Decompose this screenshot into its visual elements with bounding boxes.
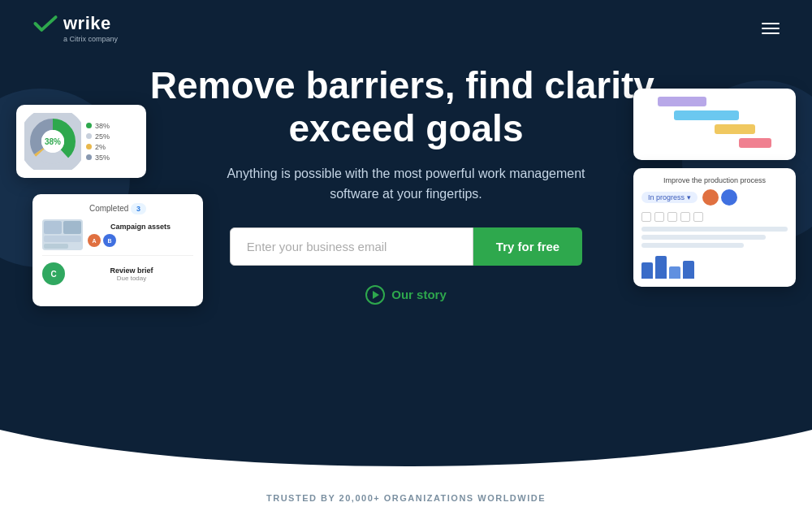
avatars: A B — [88, 234, 193, 247]
prod-row-1 — [641, 212, 788, 222]
citrix-label: a Citrix company — [32, 35, 118, 43]
avatar-1: A — [88, 234, 101, 247]
task-meta: Due today — [70, 275, 193, 282]
prod-title: Improve the production process — [641, 176, 788, 184]
hero-headline: Remove barriers, find clarity, exceed go… — [122, 64, 690, 150]
svg-rect-9 — [63, 221, 81, 234]
prod-icon-3 — [667, 212, 677, 222]
email-input[interactable] — [230, 227, 473, 266]
navbar: wrike a Citrix company — [0, 0, 812, 56]
play-icon — [365, 285, 385, 305]
prod-status: In progress ▾ — [641, 189, 788, 206]
task-thumbnail — [42, 219, 83, 250]
prod-avatars — [702, 189, 737, 206]
task-info-2: Review brief Due today — [70, 266, 193, 282]
prod-bar-chart — [641, 254, 788, 279]
gantt-bar-4 — [739, 138, 771, 148]
gantt-bar-3 — [715, 124, 755, 134]
logo-text: wrike — [63, 13, 111, 34]
prod-icon-5 — [693, 212, 703, 222]
wave-divider — [0, 430, 812, 479]
task-row-2: C Review brief Due today — [42, 262, 193, 290]
hero-subtext: Anything is possible with the most power… — [211, 163, 601, 205]
trusted-section: TRUSTED BY 20,000+ ORGANIZATIONS WORLDWI… — [0, 477, 812, 511]
mini-bar-1 — [641, 262, 653, 279]
prod-icon-4 — [680, 212, 690, 222]
chart-legend: 38% 25% 2% 35% — [86, 122, 110, 162]
production-card: Improve the production process In progre… — [633, 168, 796, 287]
svg-rect-10 — [44, 236, 81, 242]
gantt-bar-2 — [674, 110, 739, 120]
chart-card: 38% 38% 25% 2% 35% — [16, 105, 146, 178]
task-title: Campaign assets — [88, 223, 193, 231]
prod-icon-1 — [641, 212, 651, 222]
mini-bar-2 — [655, 256, 667, 279]
avatar-3: C — [42, 262, 65, 285]
task-row-1: Campaign assets A B — [42, 219, 193, 256]
wrike-logo-icon — [32, 15, 58, 32]
mini-bar-3 — [669, 266, 680, 279]
task-count: 3 — [131, 203, 146, 214]
task-header: Completed 3 — [42, 204, 193, 213]
left-cards: 38% 38% 25% 2% 35% Completed 3 — [16, 105, 203, 306]
gantt-row-2 — [641, 110, 788, 120]
task-card: Completed 3 Campaign assets — [32, 194, 203, 306]
gantt-row-3 — [641, 124, 788, 134]
avatar-2: B — [103, 234, 116, 247]
prod-avatar-1 — [702, 189, 719, 206]
try-free-button[interactable]: Try for free — [473, 227, 582, 266]
gantt-card — [633, 89, 796, 160]
logo[interactable]: wrike a Citrix company — [32, 13, 118, 43]
prod-avatar-2 — [721, 189, 737, 206]
right-cards: Improve the production process In progre… — [633, 89, 796, 287]
task-title-2: Review brief — [70, 266, 193, 275]
trusted-label: TRUSTED BY 20,000+ ORGANIZATIONS WORLDWI… — [32, 493, 780, 503]
play-triangle — [373, 291, 379, 299]
svg-text:38%: 38% — [45, 137, 61, 146]
prod-icon-2 — [654, 212, 664, 222]
task-info: Campaign assets A B — [88, 223, 193, 247]
prod-lines — [641, 227, 788, 248]
svg-rect-8 — [44, 221, 62, 234]
gantt-row-4 — [641, 138, 788, 148]
menu-button[interactable] — [762, 23, 780, 34]
hero-section: Remove barriers, find clarity, exceed go… — [0, 56, 812, 430]
gantt-row-1 — [641, 97, 788, 106]
our-story-link[interactable]: Our story — [365, 285, 447, 305]
gantt-bar-1 — [658, 97, 706, 106]
pie-chart-svg: 38% — [24, 113, 81, 170]
svg-rect-11 — [44, 244, 68, 249]
status-badge: In progress ▾ — [641, 192, 698, 203]
mini-bar-4 — [683, 261, 694, 279]
